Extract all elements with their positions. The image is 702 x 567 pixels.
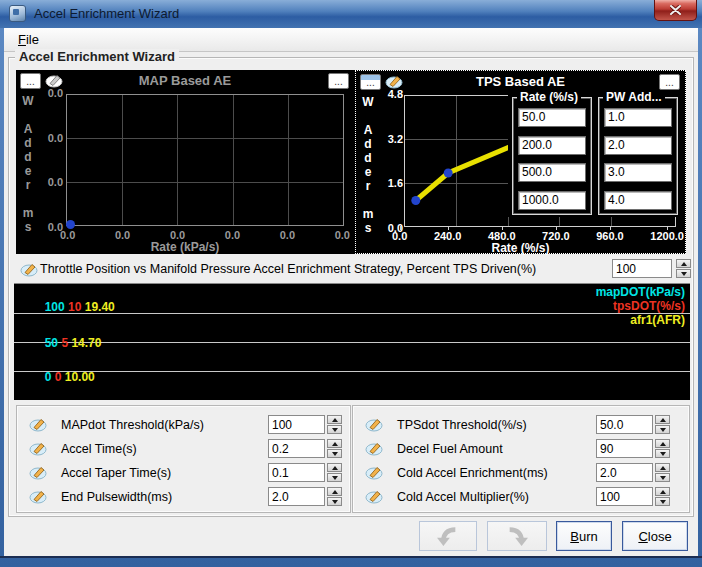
tps-based-ae-panel: ... TPS Based AE ... W A d d e r m s 4.8… [355, 70, 686, 254]
burn-button[interactable]: Burn [556, 521, 612, 551]
rate-cell[interactable]: 500.0 [518, 163, 586, 182]
tps-ytick: 3.2 [388, 133, 403, 145]
accel-time-label: Accel Time(s) [61, 442, 268, 456]
map-settings-group: MAPdot Threshold(kPa/s) Accel Time(s) Ac… [16, 405, 351, 513]
legend-afr1: afr1(AFR) [596, 313, 685, 327]
cold-accel-multiplier-label: Cold Accel Multiplier(%) [397, 490, 596, 504]
setting-row-decel-fuel: Decel Fuel Amount [361, 439, 670, 458]
tps-settings-group: TPSdot Threshold(%/s) Decel Fuel Amount … [352, 405, 690, 513]
wizard-group-title: Accel Enrichment Wizard [15, 49, 179, 64]
accel-enrichment-wizard-window: Accel Enrichment Wizard File Accel Enric… [0, 0, 702, 567]
pw-cell[interactable]: 4.0 [604, 191, 672, 210]
setting-row-accel-taper-time: Accel Taper Time(s) [25, 463, 342, 482]
map-curve-point[interactable] [66, 220, 75, 229]
mapdot-threshold-input[interactable] [268, 415, 325, 434]
cold-accel-enrichment-input[interactable] [596, 463, 653, 482]
accel-taper-time-input[interactable] [268, 463, 325, 482]
rate-column: Rate (%/s) 50.0 200.0 500.0 1000.0 [512, 97, 592, 215]
accel-taper-time-label: Accel Taper Time(s) [61, 466, 268, 480]
end-pulsewidth-spinner[interactable] [327, 487, 342, 506]
strategy-value-input[interactable] [612, 259, 672, 278]
tps-curve-table: Rate (%/s) 50.0 200.0 500.0 1000.0 PW Ad… [508, 95, 680, 217]
close-icon [670, 5, 681, 15]
tpsdot-threshold-spinner[interactable] [655, 415, 670, 434]
accel-taper-time-spinner[interactable] [327, 463, 342, 482]
map-plot-area[interactable] [66, 94, 344, 226]
tpsdot-threshold-label: TPSdot Threshold(%/s) [397, 418, 596, 432]
map-scale-max: 100 [45, 300, 65, 314]
edit-pencil-icon [29, 489, 47, 504]
pw-adder-column: PW Add... 1.0 2.0 3.0 4.0 [598, 97, 678, 215]
edit-pencil-icon [365, 417, 383, 432]
tps-y-ticks: 4.8 3.2 1.6 0.0 [373, 88, 403, 234]
rate-column-header: Rate (%/s) [517, 90, 581, 104]
live-strip-chart: 100 10 19.40 50 5 14.70 0 0 10.00 mapDOT… [14, 283, 690, 400]
setting-row-end-pulsewidth: End Pulsewidth(ms) [25, 487, 342, 506]
cold-accel-multiplier-input[interactable] [596, 487, 653, 506]
pw-cell[interactable]: 3.0 [604, 163, 672, 182]
decel-fuel-amount-spinner[interactable] [655, 439, 670, 458]
pw-adder-column-header: PW Add... [603, 90, 665, 104]
pw-cell[interactable]: 2.0 [604, 136, 672, 155]
legend-tpsdot: tpsDOT(%/s) [596, 299, 685, 313]
client-area: File Accel Enrichment Wizard ... MAP Bas… [4, 28, 698, 556]
menu-file[interactable]: File [10, 30, 47, 49]
map-ytick: 0.0 [48, 132, 63, 144]
mapdot-threshold-label: MAPdot Threshold(kPa/s) [61, 418, 268, 432]
map-scale-min: 0 [45, 370, 52, 384]
afr-scale-mid: 14.70 [71, 336, 101, 350]
redo-button[interactable] [487, 521, 547, 551]
title-bar[interactable]: Accel Enrichment Wizard [0, 0, 702, 28]
edit-pencil-icon [29, 465, 47, 480]
app-icon [9, 5, 26, 22]
pw-cell[interactable]: 1.0 [604, 108, 672, 127]
cold-accel-enrichment-spinner[interactable] [655, 463, 670, 482]
window-title: Accel Enrichment Wizard [34, 6, 179, 21]
afr-scale-max: 19.40 [85, 300, 115, 314]
edit-pencil-icon [365, 489, 383, 504]
mapdot-threshold-spinner[interactable] [327, 415, 342, 434]
edit-pencil-icon [29, 441, 47, 456]
setting-row-cold-accel-multiplier: Cold Accel Multiplier(%) [361, 487, 670, 506]
tps-chart-title: TPS Based AE [356, 74, 685, 89]
strategy-row: Throttle Position vs Manifold Pressure A… [14, 258, 690, 281]
strategy-spinner[interactable] [676, 259, 691, 278]
tps-x-axis-label: Rate (%/s) [356, 241, 685, 255]
rate-cell[interactable]: 200.0 [518, 136, 586, 155]
rate-cell[interactable]: 1000.0 [518, 191, 586, 210]
end-pulsewidth-input[interactable] [268, 487, 325, 506]
tps-detach-button[interactable]: ... [659, 74, 680, 90]
setting-row-tpsdot-threshold: TPSdot Threshold(%/s) [361, 415, 670, 434]
accel-time-input[interactable] [268, 439, 325, 458]
tps-ytick: 1.6 [388, 177, 403, 189]
close-button[interactable] [654, 0, 697, 21]
map-scale-mid: 50 [45, 336, 58, 350]
charts-region: ... MAP Based AE ... W A d d e r m s 0.0… [16, 70, 686, 254]
decel-fuel-amount-label: Decel Fuel Amount [397, 442, 596, 456]
decel-fuel-amount-input[interactable] [596, 439, 653, 458]
setting-row-cold-accel-enrichment: Cold Accel Enrichment(ms) [361, 463, 670, 482]
map-detach-button[interactable]: ... [328, 73, 349, 89]
setting-row-mapdot-threshold: MAPdot Threshold(kPa/s) [25, 415, 342, 434]
cold-accel-enrichment-label: Cold Accel Enrichment(ms) [397, 466, 596, 480]
edit-pencil-icon [29, 417, 47, 432]
end-pulsewidth-label: End Pulsewidth(ms) [61, 490, 268, 504]
tps-scale-mid: 5 [61, 336, 68, 350]
strip-legend: mapDOT(kPa/s) tpsDOT(%/s) afr1(AFR) [596, 285, 685, 327]
map-based-ae-panel: ... MAP Based AE ... W A d d e r m s 0.0… [16, 70, 354, 254]
tps-scale-max: 10 [68, 300, 81, 314]
tps-scale-min: 0 [55, 370, 62, 384]
cold-accel-multiplier-spinner[interactable] [655, 487, 670, 506]
map-ytick: 0.0 [48, 87, 63, 99]
strategy-edit-pencil-icon [20, 262, 38, 277]
tpsdot-threshold-input[interactable] [596, 415, 653, 434]
map-x-axis-label: Rate (kPa/s) [16, 240, 354, 254]
strip-scale-bottom: 0 0 10.00 [18, 356, 95, 398]
undo-button[interactable] [419, 521, 477, 551]
map-chart-title: MAP Based AE [16, 73, 354, 88]
close-dialog-button[interactable]: Close [622, 521, 688, 551]
rate-cell[interactable]: 50.0 [518, 108, 586, 127]
accel-time-spinner[interactable] [327, 439, 342, 458]
legend-mapdot: mapDOT(kPa/s) [596, 285, 685, 299]
redo-arrow-icon [502, 525, 532, 547]
